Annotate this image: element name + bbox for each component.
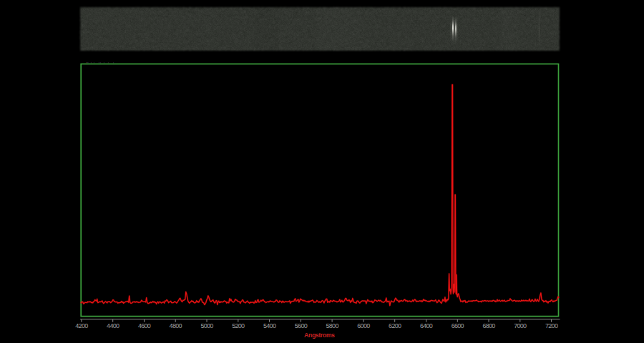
svg-text:5800: 5800 [326,322,338,329]
svg-text:6600: 6600 [452,322,464,329]
svg-text:5600: 5600 [295,322,308,329]
svg-text:6200: 6200 [389,322,401,329]
svg-text:4400: 4400 [107,322,119,329]
svg-text:5400: 5400 [263,322,276,329]
svg-text:4200: 4200 [75,322,88,329]
svg-text:6000: 6000 [357,322,370,329]
svg-text:7000: 7000 [514,322,527,329]
svg-text:Angstroms: Angstroms [304,332,335,339]
svg-text:5000: 5000 [200,322,213,329]
svg-text:4800: 4800 [170,322,182,329]
svg-text:5200: 5200 [232,322,245,329]
svg-text:4600: 4600 [138,322,151,329]
svg-text:7200: 7200 [545,322,558,329]
svg-text:6400: 6400 [420,322,433,329]
svg-text:6800: 6800 [482,322,495,329]
